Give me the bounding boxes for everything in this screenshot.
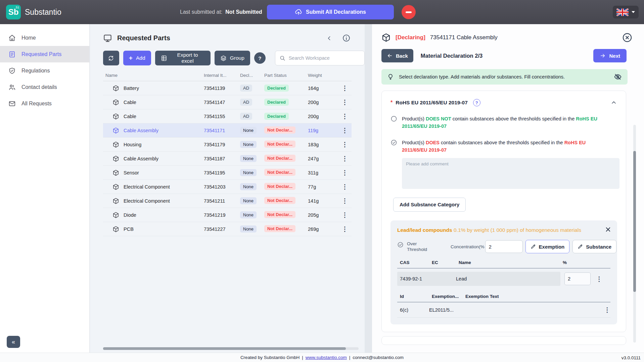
sidebar-item-regulations[interactable]: Regulations xyxy=(0,62,89,79)
row-menu-button[interactable]: ⋮ xyxy=(338,169,352,176)
search-input[interactable] xyxy=(289,55,360,61)
package-icon xyxy=(112,155,119,162)
submit-all-declarations-button[interactable]: Submit All Declarations xyxy=(267,5,394,19)
column-header-part-status[interactable]: Part Status xyxy=(264,73,308,78)
decl-badge: None xyxy=(240,169,257,176)
layers-icon xyxy=(220,55,227,61)
row-menu-button[interactable]: ⋮ xyxy=(338,85,352,91)
language-selector[interactable] xyxy=(613,6,639,18)
brand-logo: Sb 51 xyxy=(6,5,21,19)
row-menu-button[interactable]: ⋮ xyxy=(338,226,352,232)
column-header-internal-id[interactable]: Internal It... xyxy=(204,73,240,78)
exemption-label: Exemption xyxy=(539,244,565,250)
add-substance-category-button[interactable]: Add Substance Category xyxy=(393,198,466,212)
row-menu-button[interactable]: ⋮ xyxy=(338,113,352,119)
substance-menu-button[interactable]: ⋮ xyxy=(596,276,602,282)
sidebar-item-label: Home xyxy=(21,35,36,41)
sidebar-item-label: All Requests xyxy=(21,101,52,107)
regulation-title: RoHS EU 2011/65/EU 2019-07 xyxy=(396,100,468,106)
table-row[interactable]: Sensor 73541195 None Not Declar... 311g … xyxy=(103,166,352,180)
row-menu-button[interactable]: ⋮ xyxy=(338,198,352,204)
close-panel-button[interactable] xyxy=(622,32,633,43)
table-row[interactable]: Electrical Component 73541211 None Not D… xyxy=(103,194,352,208)
exemption-menu-button[interactable]: ⋮ xyxy=(604,307,610,313)
part-weight: 247g xyxy=(308,156,338,161)
substance-cas: 7439-92-1 xyxy=(397,276,429,281)
status-badge: Declared xyxy=(264,99,289,106)
footer: Created by Substantio GmbH | www.substan… xyxy=(0,353,644,362)
row-menu-button[interactable]: ⋮ xyxy=(338,141,352,148)
row-menu-button[interactable]: ⋮ xyxy=(338,99,352,105)
table-row[interactable]: Cable 73541155 AD Declared 200g ⋮ xyxy=(103,109,352,123)
table-row[interactable]: Diode 73541219 None Not Declar... 205g ⋮ xyxy=(103,208,352,222)
table-row[interactable]: Housing 73541179 None Not Declar... 183g… xyxy=(103,138,352,152)
row-menu-button[interactable]: ⋮ xyxy=(338,184,352,190)
part-weight: 77g xyxy=(308,184,338,190)
substance-button[interactable]: Substance xyxy=(572,240,616,253)
concentration-input[interactable] xyxy=(485,240,523,253)
regulation-help-button[interactable]: ? xyxy=(473,99,480,106)
row-menu-button[interactable]: ⋮ xyxy=(338,155,352,162)
column-header-id: Id xyxy=(400,294,432,299)
horizontal-scrollbar[interactable] xyxy=(103,347,359,350)
part-weight: 311g xyxy=(308,170,338,175)
option-does-not-contain[interactable]: Product(s) DOES NOT contain substances a… xyxy=(390,115,617,130)
refresh-button[interactable] xyxy=(103,51,119,65)
row-menu-button[interactable]: ⋮ xyxy=(338,212,352,218)
sidebar-item-requested-parts[interactable]: Requested Parts xyxy=(0,46,89,62)
group-button[interactable]: Group xyxy=(215,51,250,65)
radio-selected-icon[interactable] xyxy=(390,139,397,154)
help-button[interactable]: ? xyxy=(254,52,266,64)
sidebar-collapse-button[interactable]: « xyxy=(7,336,20,348)
internal-id: 73541227 xyxy=(204,226,226,232)
info-icon[interactable] xyxy=(342,34,351,42)
row-menu-button[interactable]: ⋮ xyxy=(338,127,352,134)
chevron-left-icon[interactable] xyxy=(326,35,333,42)
vertical-scrollbar[interactable] xyxy=(633,125,636,343)
sidebar: Home Requested Parts Regulations Con xyxy=(0,24,90,353)
package-icon xyxy=(112,85,119,92)
export-to-excel-button[interactable]: Export to excel xyxy=(155,51,211,65)
collapse-icon: « xyxy=(12,339,15,346)
back-button[interactable]: Back xyxy=(381,49,413,62)
internal-id: 73541179 xyxy=(204,142,225,147)
last-submitted-value: Not Submitted xyxy=(225,9,262,15)
users-icon xyxy=(8,84,16,91)
sidebar-item-home[interactable]: Home xyxy=(0,30,89,46)
scrollbar-thumb[interactable] xyxy=(103,347,346,350)
sidebar-item-contact-details[interactable]: Contact details xyxy=(0,79,89,95)
footer-website-link[interactable]: www.substantio.com xyxy=(306,355,347,360)
table-row[interactable]: Cable Assembly 73541187 None Not Declar.… xyxy=(103,152,352,166)
question-icon: ? xyxy=(475,100,478,105)
table-row[interactable]: Electrical Component 73541203 None Not D… xyxy=(103,180,352,194)
hint-text: Select declaration type. Add materials a… xyxy=(399,74,565,80)
table-row[interactable]: PCB 73541227 None Not Declar... 269g ⋮ xyxy=(103,222,352,236)
comment-textarea[interactable] xyxy=(402,158,619,189)
remove-category-button[interactable] xyxy=(605,226,611,232)
pencil-icon xyxy=(578,244,583,249)
table-row[interactable]: Battery 73541139 AD Declared 164g ⋮ xyxy=(103,81,352,95)
exemption-id: 6(c) xyxy=(400,307,429,313)
hide-hint-button[interactable] xyxy=(614,73,622,81)
add-button[interactable]: + Add xyxy=(123,51,151,65)
next-button[interactable]: Next xyxy=(593,49,627,62)
scrollbar-thumb[interactable] xyxy=(633,151,636,292)
internal-id: 73541203 xyxy=(204,184,226,190)
column-header-decl[interactable]: Decl... xyxy=(240,73,264,78)
collapse-regulation-button[interactable] xyxy=(610,99,617,106)
option-does-contain[interactable]: Product(s) DOES contain substances above… xyxy=(390,139,617,154)
table-row[interactable]: Cable 73541147 AD Declared 200g ⋮ xyxy=(103,95,352,109)
substance-percent-input[interactable] xyxy=(564,272,591,285)
internal-id: 73541139 xyxy=(204,86,225,91)
status-badge: Declared xyxy=(264,85,289,92)
decl-badge: None xyxy=(240,155,257,162)
sidebar-item-label: Regulations xyxy=(21,68,50,74)
exemption-button[interactable]: Exemption xyxy=(525,240,570,253)
column-header-weight[interactable]: Weight xyxy=(308,73,338,78)
stop-button[interactable] xyxy=(402,5,416,19)
over-threshold-toggle[interactable]: Over Threshold xyxy=(397,241,432,253)
table-row-selected[interactable]: Cable Assembly 73541171 None Not Declar.… xyxy=(103,123,352,138)
sidebar-item-all-requests[interactable]: All Requests xyxy=(0,95,89,112)
radio-unselected-icon[interactable] xyxy=(390,115,397,130)
column-header-name[interactable]: Name xyxy=(103,73,204,78)
